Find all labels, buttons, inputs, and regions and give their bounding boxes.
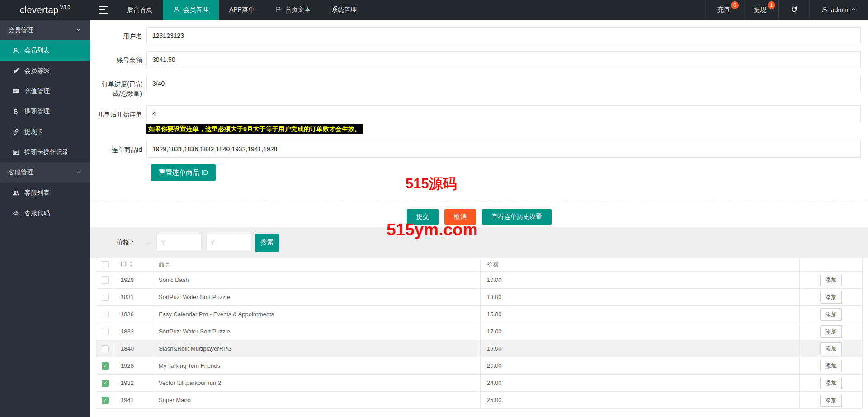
form-field-hint: 如果你要设置连单，这里必须大于0且大于等于用户完成的订单数才会生效。 xyxy=(146,124,363,134)
chevron-down-icon xyxy=(75,27,81,34)
chat-icon xyxy=(12,88,19,95)
add-button[interactable]: 添加 xyxy=(820,394,842,407)
flag-icon xyxy=(275,6,282,14)
table-header-row: ID 商品 价格 xyxy=(96,258,863,272)
member-edit-form: 用户名 账号余额 订单进度(已完成/总数量) 几单后开始连单 如果你要设置连单，… xyxy=(90,20,868,181)
cell-price: 24.00 xyxy=(481,375,800,392)
sidebar-item-7[interactable]: 客服管理 xyxy=(0,162,90,183)
col-header-id: ID xyxy=(114,258,152,272)
main-nav: 后台首页 会员管理 APP菜单 首页文本 系统管理 xyxy=(117,0,367,20)
users-icon xyxy=(12,189,19,197)
sidebar-item-2[interactable]: 会员等级 xyxy=(0,61,90,81)
row-checkbox[interactable] xyxy=(102,294,109,301)
cell-price: 20.00 xyxy=(481,357,800,375)
nav-withdraw[interactable]: 提现 1 xyxy=(742,0,778,20)
nav-tab-0[interactable]: 后台首页 xyxy=(117,0,163,20)
cell-id: 1832 xyxy=(114,323,152,340)
form-actions: 提交 取消 查看连单历史设置 xyxy=(90,201,868,226)
cell-product: Vector full:parkour run 2 xyxy=(152,375,481,392)
add-button[interactable]: 添加 xyxy=(820,291,842,304)
form-field-input[interactable] xyxy=(146,75,861,92)
table-row: 1929 Sonic Dash 10.00 添加 xyxy=(96,272,863,289)
reset-product-ids-button[interactable]: 重置连单商品 ID xyxy=(151,164,216,181)
form-field-label: 连单商品id xyxy=(98,141,146,158)
row-checkbox[interactable] xyxy=(102,276,109,284)
price-min-input[interactable] xyxy=(156,234,202,251)
recharge-badge: 0 xyxy=(731,1,739,9)
sidebar-item-9[interactable]: </> 客服代码 xyxy=(0,203,90,223)
table-row: 1840 Slash&Roll: MultiplayerRPG 19.00 添加 xyxy=(96,340,863,357)
nav-tab-2[interactable]: APP菜单 xyxy=(219,0,265,20)
link-icon xyxy=(12,128,19,136)
nav-tab-1[interactable]: 会员管理 xyxy=(163,0,219,20)
username: admin xyxy=(831,6,848,14)
user-menu[interactable]: admin xyxy=(809,0,868,20)
menu-toggle-icon[interactable] xyxy=(90,0,117,20)
add-button[interactable]: 添加 xyxy=(820,274,842,286)
form-row: 连单商品id xyxy=(98,141,861,158)
add-button[interactable]: 添加 xyxy=(820,342,842,355)
add-button[interactable]: 添加 xyxy=(820,308,842,321)
refresh-button[interactable] xyxy=(778,0,809,20)
sidebar: 会员管理 会员列表 会员等级 充值管理 提现管理 提现卡 提现卡操作记录 客服管… xyxy=(0,20,90,417)
nav-tab-4[interactable]: 系统管理 xyxy=(321,0,367,20)
add-button[interactable]: 添加 xyxy=(820,360,842,372)
cell-price: 17.00 xyxy=(481,323,800,340)
nav-tab-3[interactable]: 首页文本 xyxy=(265,0,321,20)
sidebar-item-0[interactable]: 会员管理 xyxy=(0,20,90,40)
submit-button[interactable]: 提交 xyxy=(407,209,439,225)
row-checkbox[interactable] xyxy=(102,362,109,370)
form-field-input[interactable] xyxy=(146,27,861,44)
sidebar-item-3[interactable]: 充值管理 xyxy=(0,81,90,101)
sidebar-item-5[interactable]: 提现卡 xyxy=(0,122,90,142)
row-checkbox[interactable] xyxy=(102,345,109,352)
form-field-input[interactable] xyxy=(146,51,861,68)
list-icon xyxy=(12,149,19,156)
cell-price: 19.00 xyxy=(481,340,800,357)
search-button[interactable]: 搜索 xyxy=(255,234,279,252)
user-icon xyxy=(173,6,180,14)
price-max-input[interactable] xyxy=(206,234,251,251)
form-field-input[interactable] xyxy=(146,105,861,122)
reset-row: 重置连单商品 ID xyxy=(151,164,861,181)
add-button[interactable]: 添加 xyxy=(820,377,842,389)
cell-id: 1836 xyxy=(114,306,152,323)
form-field-label: 订单进度(已完成/总数量) xyxy=(98,75,146,98)
form-field-input[interactable] xyxy=(146,141,861,158)
withdraw-badge: 1 xyxy=(768,1,775,9)
sidebar-item-6[interactable]: 提现卡操作记录 xyxy=(0,142,90,162)
table-row: 1832 SortPuz: Water Sort Puzzle 17.00 添加 xyxy=(96,323,863,340)
cell-product: Sonic Dash xyxy=(152,272,481,289)
add-button[interactable]: 添加 xyxy=(820,325,842,338)
main-content: 用户名 账号余额 订单进度(已完成/总数量) 几单后开始连单 如果你要设置连单，… xyxy=(90,20,868,417)
cell-id: 1929 xyxy=(114,272,152,289)
sidebar-item-8[interactable]: 客服列表 xyxy=(0,183,90,203)
sidebar-item-4[interactable]: 提现管理 xyxy=(0,101,90,122)
select-all-checkbox[interactable] xyxy=(102,261,109,268)
user-icon xyxy=(821,6,828,14)
price-range-dash: - xyxy=(146,239,149,246)
price-filter-bar: 价格： - 搜索 xyxy=(90,227,868,258)
form-field-label: 账号余额 xyxy=(98,51,146,68)
nav-recharge[interactable]: 充值 0 xyxy=(705,0,742,20)
sort-icon[interactable] xyxy=(129,261,133,269)
form-field-label: 几单后开始连单 xyxy=(98,105,146,134)
navbar-right: 充值 0 提现 1 admin xyxy=(705,0,868,20)
row-checkbox[interactable] xyxy=(102,328,109,335)
rocket-icon xyxy=(12,67,19,75)
cancel-button[interactable]: 取消 xyxy=(444,209,476,225)
nav-withdraw-label: 提现 xyxy=(754,6,767,14)
sidebar-item-1[interactable]: 会员列表 xyxy=(0,40,90,61)
form-field-label: 用户名 xyxy=(98,27,146,44)
cell-product: Easy Calendar Pro - Events & Appointment… xyxy=(152,306,481,323)
chevron-up-icon xyxy=(851,6,856,14)
row-checkbox[interactable] xyxy=(102,311,109,318)
goods-table: ID 商品 价格 1929 Sonic Dash 10.00 添加 1831 S… xyxy=(96,258,863,409)
cell-price: 15.00 xyxy=(481,306,800,323)
cell-price: 10.00 xyxy=(481,272,800,289)
row-checkbox[interactable] xyxy=(102,380,109,387)
row-checkbox[interactable] xyxy=(102,397,109,404)
app-logo: clevertap V3.0 xyxy=(0,0,90,20)
cell-price: 13.00 xyxy=(481,289,800,306)
view-history-button[interactable]: 查看连单历史设置 xyxy=(482,209,552,225)
